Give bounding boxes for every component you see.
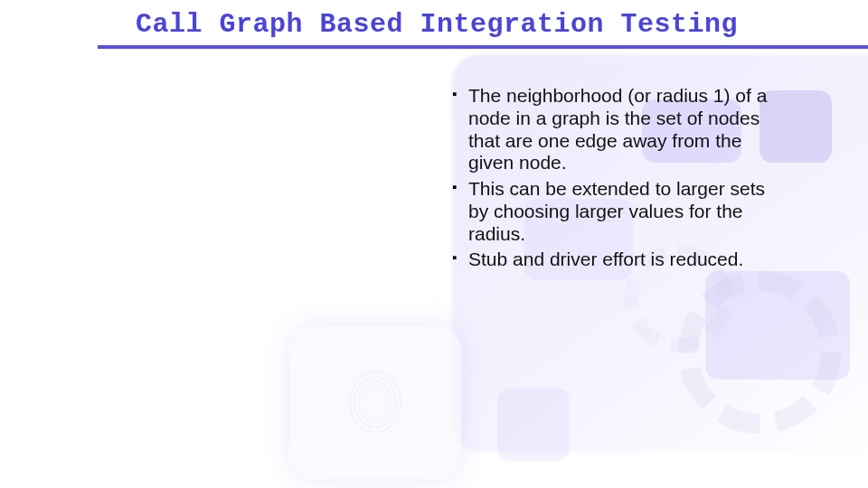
slide-body: The neighborhood (or radius 1) of a node… — [452, 85, 778, 275]
bullet-item: Stub and driver effort is reduced. — [452, 249, 778, 271]
slide: Call Graph Based Integration Testing The… — [0, 0, 868, 488]
bullet-item: This can be extended to larger sets by c… — [452, 178, 778, 245]
slide-title: Call Graph Based Integration Testing — [0, 0, 868, 45]
title-underline — [98, 45, 868, 49]
bullet-list: The neighborhood (or radius 1) of a node… — [452, 85, 778, 271]
bullet-item: The neighborhood (or radius 1) of a node… — [452, 85, 778, 174]
